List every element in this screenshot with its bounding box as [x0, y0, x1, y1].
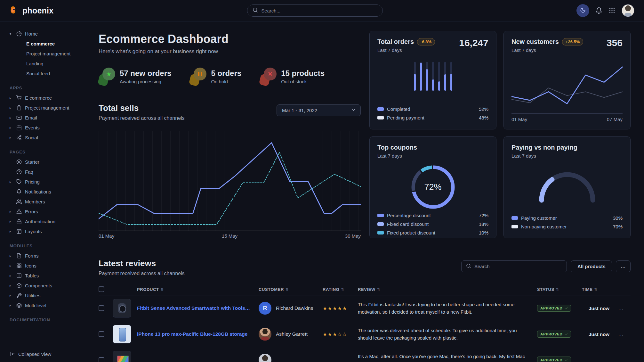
all-products-button[interactable]: All products — [571, 260, 612, 272]
legend-value: 10% — [479, 230, 488, 235]
sidebar-item-tables[interactable]: ▸Tables — [10, 271, 81, 281]
legend-swatch — [377, 214, 384, 217]
paying-gauge-chart[interactable] — [535, 168, 599, 204]
legend-label: Percentage discount — [387, 213, 431, 218]
customer-cell[interactable]: RRichard Dawkins — [259, 302, 323, 315]
sidebar-item-members[interactable]: Members — [10, 197, 81, 207]
theme-toggle-button[interactable] — [576, 4, 589, 17]
sort-icon: ⇅ — [160, 287, 164, 292]
status-badge: APPROVED — [537, 305, 571, 312]
row-menu-button[interactable]: ... — [618, 332, 624, 337]
legend-swatch — [511, 216, 518, 220]
order-bar-fill — [444, 74, 446, 91]
layout-icon — [16, 229, 22, 234]
brand[interactable]: phoenix — [10, 6, 53, 15]
check-icon — [564, 333, 568, 336]
column-header-product[interactable]: PRODUCT⇅ — [137, 287, 259, 292]
global-search-input[interactable] — [261, 8, 377, 13]
legend-swatch — [377, 222, 384, 226]
bell-icon — [16, 189, 22, 194]
search-icon — [466, 263, 471, 270]
product-link[interactable]: iPhone 13 pro max-Pacific Blue-128GB sto… — [137, 331, 259, 337]
sidebar-item-e-commerce[interactable]: ▸E commerce — [10, 93, 81, 103]
x-icon: ✕ — [260, 68, 277, 86]
legend-row: Non-paying customer70% — [511, 222, 623, 231]
sidebar-item-label: Social — [25, 135, 38, 140]
customer-cell[interactable] — [259, 354, 323, 362]
sidebar-item-pricing[interactable]: ▸Pricing — [10, 177, 81, 187]
star-icon: ★ — [99, 68, 115, 86]
stat-sub: Out of stock — [281, 79, 325, 84]
row-checkbox[interactable] — [99, 331, 104, 337]
top-navbar: phoenix — [0, 0, 644, 21]
new-customers-chart[interactable] — [511, 61, 623, 112]
total-sells-subtitle: Payment received across all channels — [99, 115, 185, 121]
column-header-time[interactable]: TIME⇅ — [582, 287, 611, 292]
paying-card: Paying vs non paying Last 7 days Paying … — [503, 136, 631, 238]
column-header-review[interactable]: REVIEW⇅ — [358, 287, 537, 292]
column-header-label: RATING — [323, 287, 339, 292]
search-icon — [253, 7, 258, 13]
sidebar-item-label: Tables — [25, 273, 39, 278]
sidebar-subitem-project-management[interactable]: Project management — [10, 49, 81, 59]
share-icon — [16, 135, 22, 140]
coupons-donut-chart[interactable]: 72% — [409, 163, 457, 211]
sidebar-item-notifications[interactable]: Notifications — [10, 187, 81, 197]
sidebar-subitem-e-commerce[interactable]: E commerce — [10, 39, 81, 49]
cart-icon — [16, 95, 22, 101]
bell-icon — [595, 7, 602, 14]
legend-label: Completed — [387, 106, 410, 112]
sidebar-item-components[interactable]: ▸Components — [10, 281, 81, 291]
legend-label: Fixed card discount — [387, 221, 429, 227]
sidebar-item-multi-level[interactable]: ▸Multi level — [10, 300, 81, 310]
notifications-bell-icon[interactable] — [595, 7, 602, 14]
global-search[interactable] — [247, 4, 383, 17]
sidebar-item-utilities[interactable]: ▸Utilities — [10, 291, 81, 300]
reviews-search[interactable] — [461, 260, 567, 272]
app-grid-icon[interactable] — [608, 7, 616, 14]
customer-cell[interactable]: Ashley Garrett — [259, 328, 323, 341]
sidebar-item-errors[interactable]: ▸Errors — [10, 207, 81, 217]
sidebar-item-forms[interactable]: ▸Forms — [10, 251, 81, 261]
sidebar-subitem-landing[interactable]: Landing — [10, 59, 81, 69]
sidebar-item-starter[interactable]: Starter — [10, 157, 81, 167]
orders-bar-chart[interactable] — [377, 62, 488, 91]
sidebar-item-label: Components — [25, 283, 52, 288]
sidebar-item-email[interactable]: ▸Email — [10, 113, 81, 123]
moon-icon — [580, 7, 586, 14]
reviews-more-button[interactable]: ... — [616, 260, 631, 272]
divider — [99, 94, 361, 94]
product-link[interactable]: Fitbit Sense Advanced Smartwatch with To… — [137, 305, 259, 311]
sidebar-subitem-social-feed[interactable]: Social feed — [10, 69, 81, 78]
sidebar-item-social[interactable]: ▸Social — [10, 133, 81, 143]
product-thumbnail[interactable] — [113, 299, 131, 317]
sidebar-item-authentication[interactable]: ▸Authentication — [10, 217, 81, 226]
sidebar-item-faq[interactable]: Faq — [10, 167, 81, 177]
column-header-status[interactable]: STATUS⇅ — [537, 287, 582, 292]
order-bar — [438, 62, 440, 91]
collapse-sidebar-button[interactable]: Collapsed View — [0, 346, 85, 362]
product-thumbnail[interactable] — [113, 325, 131, 343]
product-thumbnail[interactable] — [113, 351, 131, 362]
sidebar-item-layouts[interactable]: ▸Layouts — [10, 226, 81, 236]
coupons-legend: Percentage discount72%Fixed card discoun… — [377, 211, 488, 237]
row-checkbox[interactable] — [99, 357, 104, 362]
total-sells-chart[interactable] — [99, 131, 361, 231]
collapse-icon — [10, 351, 15, 357]
x-tick: 30 May — [345, 233, 361, 239]
row-checkbox[interactable] — [99, 305, 104, 311]
reviews-search-input[interactable] — [474, 264, 562, 269]
row-menu-button[interactable]: ... — [618, 306, 624, 311]
sidebar-item-icons[interactable]: ▸Icons — [10, 261, 81, 271]
stat-value: 57 new orders — [120, 69, 171, 78]
user-avatar[interactable] — [622, 4, 634, 17]
sidebar-item-label: Starter — [25, 159, 39, 165]
column-header-customer[interactable]: CUSTOMER⇅ — [259, 287, 323, 292]
column-header-rating[interactable]: RATING⇅ — [323, 287, 358, 292]
sidebar-item-home[interactable]: ▾Home — [10, 29, 81, 39]
date-range-select[interactable]: Mar 1 - 31, 2022 — [277, 104, 361, 116]
customer-name: Ashley Garrett — [276, 331, 308, 337]
select-all-checkbox[interactable] — [99, 286, 104, 292]
sidebar-item-events[interactable]: ▸Events — [10, 123, 81, 133]
sidebar-item-project-management[interactable]: ▸Project management — [10, 103, 81, 113]
